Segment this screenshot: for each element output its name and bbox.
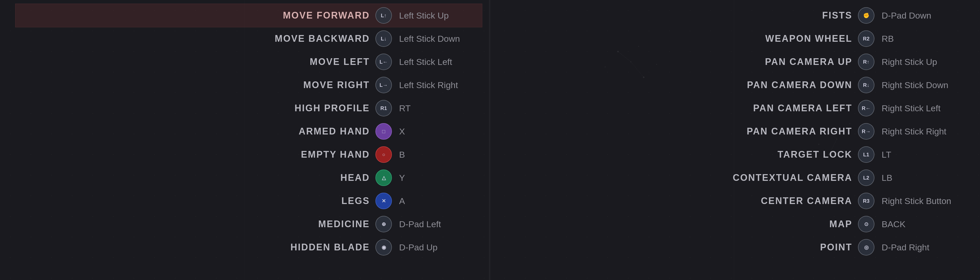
key-binding-label: Left Stick Right (392, 80, 482, 90)
key-binding-label: D-Pad Up (392, 242, 482, 253)
binding-row-fists[interactable]: FISTS ✊ D-Pad Down (506, 4, 972, 27)
button-icon: ○ (375, 146, 392, 163)
button-icon: R1 (375, 100, 392, 116)
button-icon: △ (375, 170, 392, 186)
button-icon: L1 (858, 146, 875, 163)
main-layout: MOVE FORWARD L↑ Left Stick Up MOVE BACKW… (0, 0, 980, 280)
action-label: WEAPON WHEEL (506, 33, 858, 44)
binding-row-hidden-blade[interactable]: HIDDEN BLADE ◉ D-Pad Up (16, 236, 482, 259)
button-icon: ⊙ (858, 216, 875, 232)
action-label: HEAD (16, 172, 375, 183)
button-icon: L2 (858, 170, 875, 186)
button-icon: L→ (375, 77, 392, 93)
binding-row-move-right[interactable]: MOVE RIGHT L→ Left Stick Right (16, 73, 482, 97)
key-binding-label: LT (875, 150, 972, 160)
action-label: MEDICINE (16, 219, 375, 229)
key-binding-label: BACK (875, 219, 972, 229)
key-binding-label: Right Stick Button (875, 196, 972, 206)
button-icon: ✕ (375, 192, 392, 209)
button-icon: L↑ (375, 7, 392, 24)
binding-row-pan-camera-up[interactable]: PAN CAMERA UP R↑ Right Stick Up (506, 50, 972, 73)
action-label: MOVE LEFT (16, 56, 375, 67)
action-label: LEGS (16, 196, 375, 206)
binding-row-pan-camera-left[interactable]: PAN CAMERA LEFT R← Right Stick Left (506, 97, 972, 120)
action-label: PAN CAMERA LEFT (506, 103, 858, 114)
binding-row-move-left[interactable]: MOVE LEFT L← Left Stick Left (16, 50, 482, 73)
key-binding-label: Right Stick Down (875, 80, 972, 90)
button-icon: R3 (858, 192, 875, 209)
key-binding-label: X (392, 126, 482, 137)
button-icon: ◉ (375, 239, 392, 256)
button-icon: R2 (858, 30, 875, 47)
key-binding-label: Y (392, 173, 482, 183)
key-binding-label: A (392, 196, 482, 206)
left-rows-container: MOVE FORWARD L↑ Left Stick Up MOVE BACKW… (16, 4, 482, 259)
action-label: MOVE BACKWARD (16, 33, 375, 44)
action-label: HIDDEN BLADE (16, 242, 375, 253)
key-binding-label: D-Pad Right (875, 242, 972, 253)
binding-row-move-backward[interactable]: MOVE BACKWARD L↓ Left Stick Down (16, 27, 482, 50)
key-binding-label: D-Pad Down (875, 11, 972, 21)
binding-row-move-forward[interactable]: MOVE FORWARD L↑ Left Stick Up (16, 4, 482, 27)
action-label: CONTEXTUAL CAMERA (506, 172, 858, 183)
right-rows-container: FISTS ✊ D-Pad Down WEAPON WHEEL R2 RB PA… (506, 4, 972, 259)
key-binding-label: LB (875, 173, 972, 183)
button-icon: ◎ (858, 239, 875, 256)
action-label: CENTER CAMERA (506, 196, 858, 206)
button-icon: R→ (858, 123, 875, 140)
key-binding-label: RT (392, 103, 482, 113)
binding-row-armed-hand[interactable]: ARMED HAND □ X (16, 120, 482, 143)
binding-row-pan-camera-down[interactable]: PAN CAMERA DOWN R↓ Right Stick Down (506, 73, 972, 97)
button-icon: R↓ (858, 77, 875, 93)
key-binding-label: Right Stick Left (875, 103, 972, 113)
action-label: PAN CAMERA UP (506, 56, 858, 67)
right-bindings-panel: FISTS ✊ D-Pad Down WEAPON WHEEL R2 RB PA… (490, 0, 980, 280)
left-bindings-panel: MOVE FORWARD L↑ Left Stick Up MOVE BACKW… (0, 0, 490, 280)
binding-row-map[interactable]: MAP ⊙ BACK (506, 213, 972, 236)
action-label: MOVE FORWARD (16, 10, 375, 21)
binding-row-center-camera[interactable]: CENTER CAMERA R3 Right Stick Button (506, 189, 972, 213)
button-icon: □ (375, 123, 392, 140)
binding-row-point[interactable]: POINT ◎ D-Pad Right (506, 236, 972, 259)
binding-row-target-lock[interactable]: TARGET LOCK L1 LT (506, 143, 972, 166)
action-label: EMPTY HAND (16, 149, 375, 160)
action-label: MAP (506, 219, 858, 229)
action-label: ARMED HAND (16, 126, 375, 137)
action-label: MOVE RIGHT (16, 80, 375, 91)
key-binding-label: B (392, 150, 482, 160)
button-icon: L↓ (375, 30, 392, 47)
action-label: HIGH PROFILE (16, 103, 375, 114)
binding-row-head[interactable]: HEAD △ Y (16, 166, 482, 189)
key-binding-label: Right Stick Up (875, 57, 972, 67)
button-icon: R← (858, 100, 875, 116)
action-label: PAN CAMERA RIGHT (506, 126, 858, 137)
key-binding-label: RB (875, 34, 972, 44)
binding-row-medicine[interactable]: MEDICINE ⊕ D-Pad Left (16, 213, 482, 236)
binding-row-contextual-camera[interactable]: CONTEXTUAL CAMERA L2 LB (506, 166, 972, 189)
button-icon: ⊕ (375, 216, 392, 232)
binding-row-legs[interactable]: LEGS ✕ A (16, 189, 482, 213)
button-icon: R↑ (858, 54, 875, 70)
key-binding-label: D-Pad Left (392, 219, 482, 229)
action-label: PAN CAMERA DOWN (506, 80, 858, 91)
binding-row-pan-camera-right[interactable]: PAN CAMERA RIGHT R→ Right Stick Right (506, 120, 972, 143)
action-label: FISTS (506, 10, 858, 21)
button-icon: L← (375, 54, 392, 70)
action-label: TARGET LOCK (506, 149, 858, 160)
action-label: POINT (506, 242, 858, 253)
key-binding-label: Left Stick Up (392, 11, 482, 21)
key-binding-label: Right Stick Right (875, 126, 972, 137)
binding-row-weapon-wheel[interactable]: WEAPON WHEEL R2 RB (506, 27, 972, 50)
button-icon: ✊ (858, 7, 875, 24)
binding-row-empty-hand[interactable]: EMPTY HAND ○ B (16, 143, 482, 166)
key-binding-label: Left Stick Down (392, 34, 482, 44)
binding-row-high-profile[interactable]: HIGH PROFILE R1 RT (16, 97, 482, 120)
key-binding-label: Left Stick Left (392, 57, 482, 67)
